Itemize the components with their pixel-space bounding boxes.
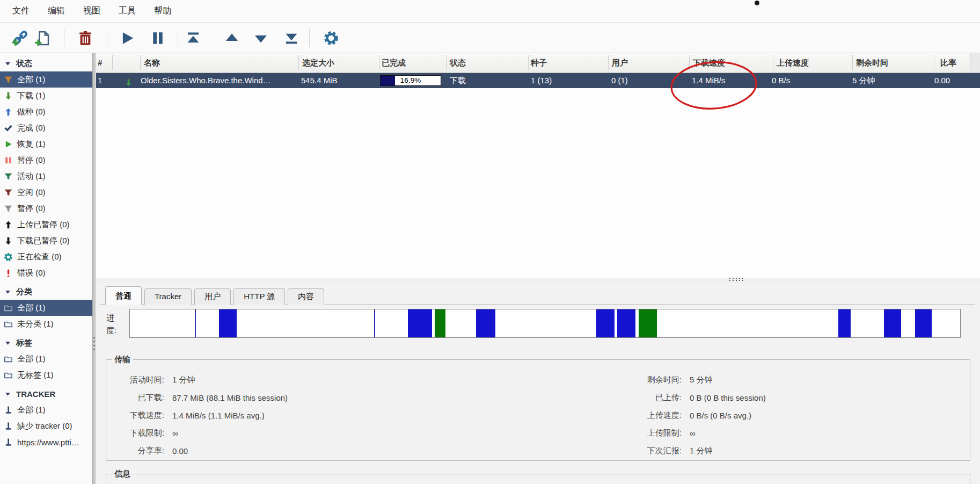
sidebar-item-label: https://www.ptti… — [17, 438, 79, 447]
transfer-row: 剩余时间:5 分钟 — [616, 371, 766, 389]
sidebar-item[interactable]: 暂停 (0) — [0, 152, 92, 168]
splitter-handle-dots — [93, 337, 95, 351]
sidebar-item-label: 空闲 (0) — [17, 187, 46, 198]
sidebar-item[interactable]: https://www.ptti… — [0, 434, 92, 450]
sidebar-item[interactable]: 未分类 (1) — [0, 316, 92, 332]
column-header[interactable]: 种子 — [531, 53, 547, 72]
torrent-list: #名称选定大小已完成状态种子用户下载速度上传速度剩余时间比率 1Older.Si… — [96, 53, 980, 278]
options-button[interactable] — [321, 28, 341, 48]
tab-普通[interactable]: 普通 — [105, 286, 142, 305]
sidebar-item[interactable]: 上传已暂停 (0) — [0, 216, 92, 233]
transfer-value: 1.4 MiB/s (1.1 MiB/s avg.) — [172, 411, 265, 420]
sidebar-splitter[interactable] — [92, 53, 96, 484]
section-label: 状态 — [16, 59, 32, 69]
sidebar-item[interactable]: 错误 (0) — [0, 265, 92, 281]
scrollbar-corner — [970, 53, 980, 73]
sidebar-item[interactable]: 全部 (1) — [0, 402, 92, 418]
add-torrent-file-button[interactable] — [33, 28, 53, 48]
transfer-row: 活动时间:1 分钟 — [109, 371, 288, 389]
column-header[interactable]: 状态 — [450, 53, 466, 72]
move-top-button[interactable] — [183, 28, 203, 48]
column-header[interactable]: 名称 — [144, 53, 160, 72]
move-down-button[interactable] — [251, 28, 271, 48]
cell-users: 0 (1) — [611, 73, 628, 88]
sidebar-item[interactable]: 全部 (1) — [0, 300, 92, 316]
annotation-dot — [755, 1, 759, 5]
pause-icon — [2, 156, 14, 165]
delete-button[interactable] — [75, 28, 96, 48]
menu-help[interactable]: 帮助 — [147, 5, 182, 17]
play-icon — [2, 140, 14, 149]
tab-内容[interactable]: 内容 — [288, 288, 324, 305]
tab-Tracker[interactable]: Tracker — [144, 288, 192, 305]
pause-button[interactable] — [148, 28, 168, 48]
funnel-icon — [2, 75, 14, 84]
column-header[interactable]: # — [98, 53, 102, 72]
add-torrent-link-button[interactable] — [10, 28, 30, 48]
menu-edit[interactable]: 编辑 — [41, 5, 76, 17]
progress-label-line2: 度: — [106, 324, 128, 336]
sidebar-item[interactable]: 下载已暂停 (0) — [0, 233, 92, 249]
arrow-up-icon — [2, 107, 14, 117]
column-header[interactable]: 用户 — [612, 53, 628, 72]
sidebar-section-header[interactable]: 状态 — [0, 55, 92, 71]
panel-splitter[interactable] — [729, 278, 744, 283]
piece-block-green — [435, 309, 445, 337]
transfer-row: 下载速度:1.4 MiB/s (1.1 MiB/s avg.) — [109, 407, 288, 424]
move-top-icon — [185, 30, 201, 46]
cell-seeds: 1 (13) — [531, 73, 552, 88]
sidebar-section-header[interactable]: 标签 — [0, 335, 92, 351]
sidebar-item[interactable]: 正在检查 (0) — [0, 249, 92, 265]
sidebar-item[interactable]: 活动 (1) — [0, 168, 92, 184]
cell-index: 1 — [98, 73, 102, 88]
cell-eta: 5 分钟 — [852, 73, 875, 88]
menu-file[interactable]: 文件 — [5, 5, 41, 17]
move-up-button[interactable] — [222, 28, 242, 48]
menu-tools[interactable]: 工具 — [112, 5, 147, 17]
column-header[interactable]: 剩余时间 — [856, 53, 888, 72]
section-label: 分类 — [16, 287, 32, 297]
play-icon — [119, 30, 135, 46]
column-header[interactable]: 选定大小 — [302, 53, 334, 72]
sidebar-item[interactable]: 全部 (1) — [0, 71, 92, 88]
toolbar — [0, 23, 980, 53]
sidebar-item[interactable]: 缺少 tracker (0) — [0, 418, 92, 434]
move-bottom-button[interactable] — [281, 28, 302, 48]
piece-block-blue — [596, 309, 615, 337]
sidebar-item[interactable]: 暂停 (0) — [0, 200, 92, 216]
progress-text: 16.9% — [381, 76, 441, 85]
transfer-row: 已下载:87.7 MiB (88.1 MiB this session) — [109, 389, 288, 407]
transfer-value: 87.7 MiB (88.1 MiB this session) — [172, 393, 288, 402]
sidebar-item[interactable]: 做种 (0) — [0, 104, 92, 120]
sidebar-item[interactable]: 空闲 (0) — [0, 184, 92, 200]
sidebar-item[interactable]: 无标签 (1) — [0, 367, 92, 383]
transfer-title: 传输 — [112, 355, 133, 365]
sidebar-item-label: 做种 (0) — [17, 107, 46, 117]
info-groupbox: 信息 — [106, 469, 970, 484]
sidebar-item-label: 上传已暂停 (0) — [17, 220, 70, 230]
column-header[interactable]: 上传速度 — [777, 53, 809, 72]
trash-icon — [77, 30, 93, 46]
column-header[interactable]: 比率 — [940, 53, 956, 72]
column-separator — [528, 55, 529, 70]
sidebar-item[interactable]: 恢复 (1) — [0, 136, 92, 152]
sidebar-item[interactable]: 全部 (1) — [0, 351, 92, 367]
tab-HTTP 源[interactable]: HTTP 源 — [233, 288, 285, 305]
sidebar-section-header[interactable]: 分类 — [0, 284, 92, 300]
torrent-row[interactable]: 1Older.Sisters.Who.Brave.the.Wind…545.4 … — [96, 73, 980, 88]
funnel-icon — [2, 204, 14, 213]
sidebar-item[interactable]: 下载 (1) — [0, 88, 92, 104]
sidebar-item[interactable]: 完成 (0) — [0, 120, 92, 136]
funnel-icon — [2, 172, 14, 181]
sidebar-item-label: 恢复 (1) — [17, 139, 46, 149]
tab-用户[interactable]: 用户 — [194, 288, 231, 305]
sidebar-section-header[interactable]: TRACKER — [0, 386, 92, 402]
transfer-label: 下次汇报: — [616, 446, 682, 456]
resume-button[interactable] — [117, 28, 137, 48]
toolbar-separator — [107, 29, 107, 47]
menu-view[interactable]: 视图 — [76, 5, 112, 17]
sidebar-item-label: 缺少 tracker (0) — [17, 421, 72, 431]
column-header[interactable]: 已完成 — [382, 53, 406, 72]
progress-label-line1: 进 — [106, 312, 128, 324]
move-bottom-icon — [283, 30, 299, 46]
